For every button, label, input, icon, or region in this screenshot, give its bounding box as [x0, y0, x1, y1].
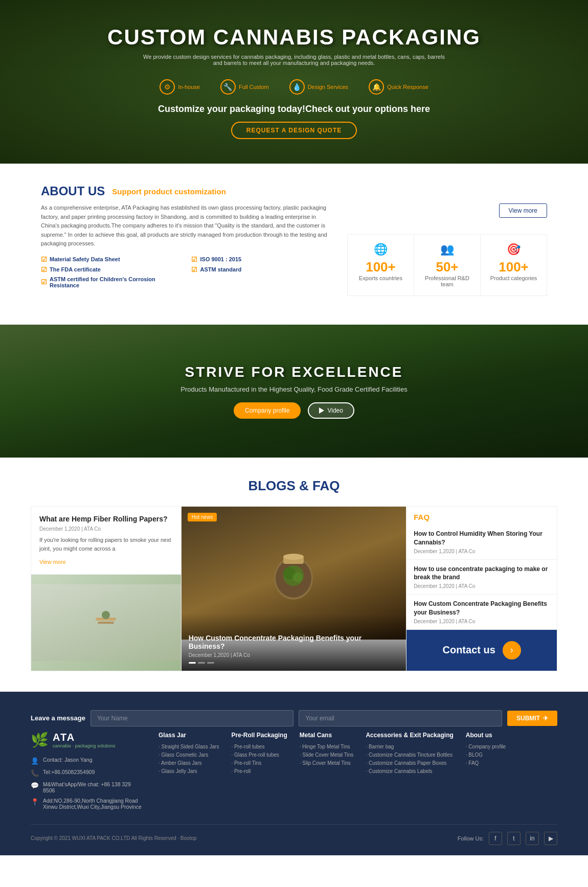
request-quote-button[interactable]: REQUEST A DESIGN QUOTE	[231, 122, 357, 139]
contact-address-text: Add:NO.286-90,North Changjiang Road Xinw…	[43, 798, 143, 810]
footer-col-glass-list: · Straight Sided Glass Jars · Glass Cosm…	[159, 744, 219, 774]
leave-message-label: Leave a message	[31, 714, 85, 722]
dot-2	[198, 662, 205, 664]
cert-label-3: The FDA certificate	[50, 266, 101, 272]
footer-link[interactable]: · Customize Cannabis Labels	[366, 768, 453, 774]
footer-logo: 🌿 ATA cannabis · packaging solutions	[31, 732, 143, 748]
cert-check-icon-3: ☑	[41, 266, 47, 274]
fullcustom-icon: 🔧	[220, 79, 236, 95]
person-icon: 👤	[31, 757, 39, 765]
footer-link[interactable]: · Pre-roll tubes	[231, 744, 287, 749]
cannabis-jar-icon	[263, 542, 324, 604]
hero-subtitle: We provide custom design services for ca…	[141, 54, 447, 66]
inhouse-icon: ⚙	[160, 79, 175, 95]
footer-link[interactable]: · Slip Cover Metal Tins	[300, 760, 354, 766]
dot-1	[189, 662, 196, 664]
stat-products-label: Product categories	[489, 275, 538, 281]
faq-item-2-title: How to use concentrate packaging to make…	[414, 565, 550, 582]
footer-link[interactable]: · Glass Cosmetic Jars	[159, 752, 219, 758]
faq-item-1-meta: December 1,2020 | ATA Co	[414, 549, 550, 554]
svg-point-6	[283, 554, 304, 560]
hero-cta-text: Customize your packaging today!Check out…	[158, 104, 430, 115]
copyright-text: Copyright © 2021 WUXI ATA PACK CO.LTD Al…	[31, 835, 197, 841]
footer-col-accessories-list: · Barrier bag · Customize Cannabis Tinct…	[366, 744, 453, 774]
hero-icon-inhouse: ⚙ In-house	[160, 79, 200, 95]
about-title: ABOUT US	[41, 184, 105, 198]
footer-col-preroll-list: · Pre-roll tubes · Glass Pre-roll tubes …	[231, 744, 287, 774]
faq-title: FAQ	[414, 513, 550, 521]
stat-exports-number: 100+	[356, 259, 405, 275]
company-profile-button[interactable]: Company profile	[234, 402, 301, 419]
footer-link[interactable]: · Glass Pre-roll tubes	[231, 752, 287, 758]
footer-email-input[interactable]	[299, 710, 502, 726]
contact-address: 📍 Add:NO.286-90,North Changjiang Road Xi…	[31, 798, 143, 810]
products-icon: 🎯	[489, 243, 538, 256]
about-header: ABOUT US Support product customization	[41, 184, 547, 198]
hero-title: CUSTOM CANNABIS PACKAGING	[107, 25, 481, 50]
footer-link[interactable]: · Pre-roll Tins	[231, 760, 287, 766]
footer-col-glass: Glass Jar · Straight Sided Glass Jars · …	[159, 732, 219, 777]
youtube-icon[interactable]: ▶	[544, 832, 557, 845]
view-more-button[interactable]: View more	[499, 203, 547, 218]
footer-link[interactable]: · Straight Sided Glass Jars	[159, 744, 219, 749]
contact-whatsapp: 💬 M&What'sApp/We chat: +86 138 329 8506	[31, 781, 143, 793]
contact-whatsapp-text: M&What'sApp/We chat: +86 138 329 8506	[43, 781, 143, 793]
hero-section: CUSTOM CANNABIS PACKAGING We provide cus…	[0, 0, 588, 164]
footer-link[interactable]: · Customize Cannabis Tincture Bottles	[366, 752, 453, 758]
linkedin-icon[interactable]: in	[526, 832, 539, 845]
hero-icons: ⚙ In-house 🔧 Full Custom 💧 Design Servic…	[160, 79, 428, 95]
footer-col-preroll-title: Pre-Roll Packaging	[231, 732, 287, 739]
footer-link[interactable]: · Company profile	[466, 744, 506, 749]
twitter-icon[interactable]: t	[507, 832, 521, 845]
footer-link[interactable]: · Amber Glass Jars	[159, 760, 219, 766]
faq-item-3[interactable]: How Custom Concentrate Packaging Benefit…	[406, 595, 557, 630]
footer-bottom: Copyright © 2021 WUXI ATA PACK CO.LTD Al…	[31, 832, 557, 845]
faq-item-2[interactable]: How to use concentrate packaging to make…	[406, 560, 557, 595]
left-blog-card: What are Hemp Fiber Rolling Papers? Dece…	[31, 507, 181, 575]
follow-us-label: Follow Us:	[458, 835, 484, 841]
faq-item-1[interactable]: How to Control Humidity When Storing You…	[406, 525, 557, 560]
left-blog-meta: December 1,2020 | ATA Co	[39, 526, 173, 532]
rolling-papers-icon	[91, 607, 121, 638]
faq-item-1-title: How to Control Humidity When Storing You…	[414, 530, 550, 547]
hero-icon-fullcustom: 🔧 Full Custom	[220, 79, 269, 95]
location-icon: 📍	[31, 798, 39, 806]
footer-link[interactable]: · Pre-roll	[231, 768, 287, 774]
cert-item-5: ☑ ASTM certified for Children's Corrosio…	[41, 276, 181, 288]
footer-name-input[interactable]	[91, 710, 294, 726]
contact-phone-text: Tel:+86.05082354909	[43, 769, 95, 775]
hot-news-badge: Hot news	[188, 513, 217, 521]
footer-col-metal: Metal Cans · Hinge Top Metal Tins · Slid…	[300, 732, 354, 777]
leaf-icon: 🌿	[31, 732, 49, 748]
quick-icon: 🔔	[369, 79, 384, 95]
footer-link[interactable]: · BLOG	[466, 752, 506, 758]
footer-link[interactable]: · Glass Jelly Jars	[159, 768, 219, 774]
footer-col-about-title: About us	[466, 732, 506, 739]
footer-col-metal-list: · Hinge Top Metal Tins · Slide Cover Met…	[300, 744, 354, 766]
footer-link[interactable]: · Customize Cannabis Paper Boxes	[366, 760, 453, 766]
stat-exports: 🌐 100+ Exports countries	[348, 235, 414, 295]
cert-check-icon-1: ☑	[41, 256, 47, 263]
logo-text: ATA	[53, 732, 116, 743]
footer-link[interactable]: · Barrier bag	[366, 744, 453, 749]
footer-link[interactable]: · FAQ	[466, 760, 506, 766]
contact-us-box[interactable]: Contact us ›	[406, 630, 557, 671]
cert-label-4: ASTM standard	[200, 266, 241, 272]
faq-item-3-meta: December 1,2020 | ATA Co	[414, 619, 550, 624]
contact-arrow-icon: ›	[503, 641, 521, 659]
blogs-grid: What are Hemp Fiber Rolling Papers? Dece…	[31, 506, 557, 671]
left-blog-excerpt: If you're looking for rolling papers to …	[39, 536, 173, 553]
footer: Leave a message SUBMIT ✈ 🌿 ATA cannabis …	[0, 692, 588, 855]
footer-col-about-list: · Company profile · BLOG · FAQ	[466, 744, 506, 766]
footer-col-accessories: Accessories & Exit Packaging · Barrier b…	[366, 732, 453, 777]
footer-link[interactable]: · Hinge Top Metal Tins	[300, 744, 354, 749]
stat-products-number: 100+	[489, 259, 538, 275]
footer-link[interactable]: · Slide Cover Metal Tins	[300, 752, 354, 758]
blog-left-column: What are Hemp Fiber Rolling Papers? Dece…	[31, 507, 182, 671]
video-button[interactable]: Video	[308, 402, 354, 419]
contact-person: 👤 Contact: Jason Yang	[31, 757, 143, 765]
excellence-section: STRIVE FOR EXCELLENCE Products Manufactu…	[0, 325, 588, 458]
submit-button[interactable]: SUBMIT ✈	[507, 711, 557, 726]
facebook-icon[interactable]: f	[489, 832, 502, 845]
left-blog-view-more[interactable]: View more	[39, 559, 66, 565]
